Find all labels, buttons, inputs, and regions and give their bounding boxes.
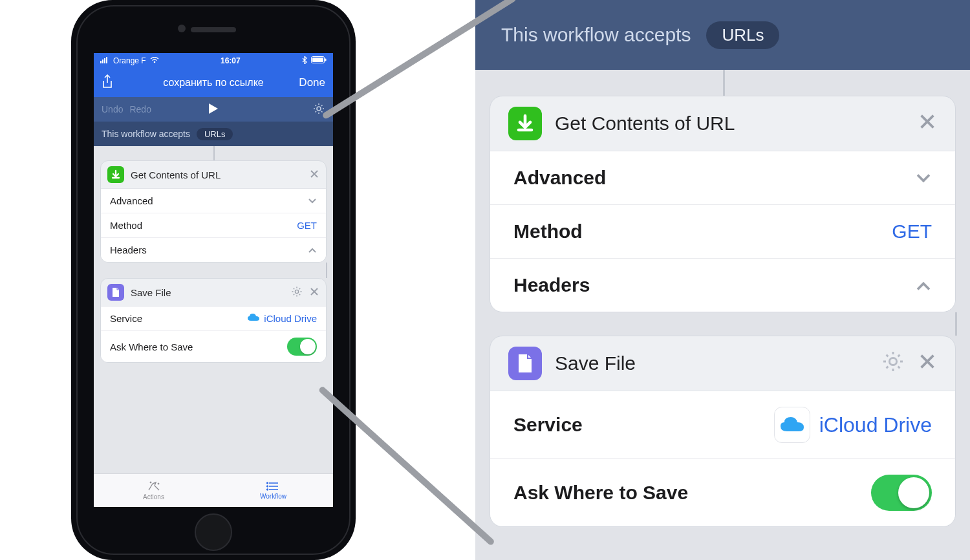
icloud-icon	[247, 313, 260, 324]
status-bar: Orange F 16:07	[94, 53, 333, 69]
row-label: Method	[513, 221, 583, 242]
tab-label: Workflow	[260, 493, 286, 500]
row-headers[interactable]: Headers	[101, 238, 326, 262]
action-title: Save File	[131, 287, 171, 298]
svg-rect-2	[104, 58, 105, 63]
editor-toolbar: Undo Redo	[94, 97, 333, 122]
file-icon	[508, 347, 542, 380]
clock: 16:07	[221, 56, 241, 65]
svg-rect-0	[100, 61, 102, 63]
close-icon[interactable]	[918, 112, 937, 136]
row-label: Headers	[110, 244, 147, 255]
download-icon	[107, 166, 124, 183]
app-screen: Orange F 16:07	[94, 53, 333, 507]
tab-label: Actions	[143, 493, 164, 501]
page-title: сохранить по ссылке	[163, 77, 264, 89]
row-ask-where: Ask Where to Save	[101, 331, 326, 362]
action-title: Save File	[555, 352, 636, 374]
svg-rect-3	[106, 57, 107, 63]
action-title: Get Contents of URL	[555, 113, 735, 135]
redo-button[interactable]: Redo	[129, 104, 151, 114]
chevron-down-icon	[915, 167, 932, 189]
close-icon[interactable]	[918, 352, 937, 376]
row-advanced[interactable]: Advanced	[101, 189, 326, 213]
play-button[interactable]	[208, 103, 219, 116]
svg-point-9	[295, 290, 298, 293]
gear-icon[interactable]	[291, 286, 303, 299]
row-method[interactable]: Method GET	[490, 205, 955, 259]
action-card-get-contents: Get Contents of URL Advanced Method GET	[490, 96, 956, 312]
chevron-up-icon	[915, 274, 932, 296]
action-card-save-file: Save File	[100, 278, 327, 363]
row-advanced[interactable]: Advanced	[490, 151, 955, 205]
svg-point-10	[150, 482, 151, 483]
row-service[interactable]: Service iCloud Drive	[101, 307, 326, 331]
action-card-get-contents: Get Contents of URL Advanced	[100, 160, 327, 263]
tab-actions[interactable]: Actions	[94, 474, 213, 507]
workflow-accepts-bar: This workflow accepts URLs	[94, 122, 333, 146]
svg-point-15	[889, 358, 896, 365]
zoom-detail-panel: This workflow accepts URLs Get Contents …	[475, 0, 970, 560]
action-title: Get Contents of URL	[131, 169, 221, 180]
row-label: Ask Where to Save	[513, 482, 688, 504]
chevron-down-icon	[308, 195, 317, 206]
row-service[interactable]: Service iCloud Drive	[490, 391, 955, 459]
accepts-pill[interactable]: URLs	[197, 128, 233, 140]
row-value: iCloud Drive	[264, 313, 317, 324]
close-icon[interactable]	[309, 286, 319, 299]
row-value: GET	[297, 220, 317, 231]
chevron-up-icon	[308, 244, 317, 255]
done-button[interactable]: Done	[299, 76, 325, 89]
action-card-save-file: Save File Service	[490, 336, 956, 527]
svg-point-12	[266, 482, 268, 484]
svg-rect-6	[312, 58, 323, 62]
toggle-switch[interactable]	[871, 475, 932, 511]
download-icon	[508, 107, 542, 140]
row-headers[interactable]: Headers	[490, 259, 955, 312]
signal-icon	[100, 56, 109, 65]
svg-point-11	[158, 483, 159, 484]
svg-point-4	[153, 61, 155, 63]
carrier-label: Orange F	[113, 56, 146, 65]
tab-workflow[interactable]: Workflow	[213, 474, 333, 507]
wifi-icon	[150, 56, 159, 65]
tab-bar: Actions Workflow	[94, 473, 333, 507]
close-icon[interactable]	[309, 169, 319, 181]
undo-button[interactable]: Undo	[102, 104, 123, 114]
accepts-pill[interactable]: URLs	[706, 21, 779, 49]
row-label: Ask Where to Save	[110, 341, 193, 352]
toggle-switch[interactable]	[287, 338, 317, 356]
row-label: Headers	[513, 274, 590, 296]
gear-icon[interactable]	[881, 350, 905, 378]
svg-rect-1	[102, 59, 103, 63]
workflow-canvas: Get Contents of URL Advanced	[94, 146, 333, 473]
row-label: Advanced	[110, 195, 153, 206]
row-label: Method	[110, 220, 142, 231]
row-ask-where: Ask Where to Save	[490, 459, 955, 526]
svg-rect-7	[325, 59, 327, 61]
accepts-label: This workflow accepts	[102, 129, 190, 139]
svg-point-13	[266, 486, 268, 487]
bluetooth-icon	[302, 56, 307, 66]
row-value: GET	[892, 221, 932, 242]
navigation-bar: сохранить по ссылке Done	[94, 69, 333, 97]
workflow-accepts-bar: This workflow accepts URLs	[475, 0, 970, 70]
svg-point-8	[317, 107, 321, 111]
row-label: Service	[110, 313, 142, 324]
row-value: iCloud Drive	[819, 413, 932, 437]
phone-mock: Orange F 16:07	[71, 0, 356, 560]
svg-point-14	[266, 489, 268, 490]
row-method[interactable]: Method GET	[101, 213, 326, 238]
row-label: Advanced	[513, 167, 606, 189]
battery-icon	[311, 56, 327, 65]
share-icon[interactable]	[102, 74, 113, 92]
file-icon	[107, 284, 124, 301]
icloud-icon	[774, 407, 810, 443]
accepts-label: This workflow accepts	[501, 24, 691, 46]
row-label: Service	[513, 414, 583, 436]
